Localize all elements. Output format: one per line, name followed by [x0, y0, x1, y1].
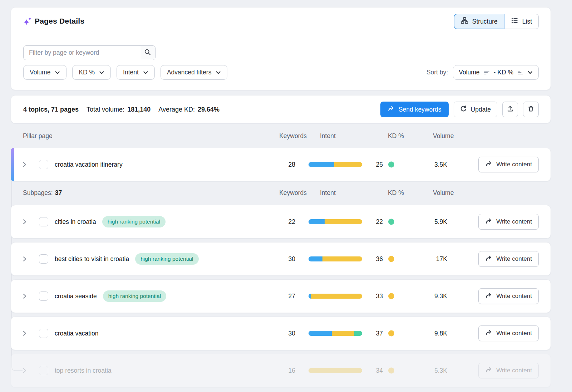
- subpages-label: Subpages:: [23, 189, 53, 196]
- page-name: croatia vacation: [55, 330, 99, 337]
- export-button[interactable]: [502, 102, 518, 117]
- kd-filter-dropdown[interactable]: KD %: [72, 65, 111, 80]
- col-intent: Intent: [320, 189, 336, 197]
- pillar-page-row: croatia vacation itinerary28253.5KWrite …: [11, 148, 551, 181]
- pages-details-panel: Pages Details Structure: [11, 7, 551, 90]
- row-checkbox[interactable]: [39, 254, 48, 264]
- intent-segment-yellow: [325, 219, 362, 224]
- write-content-button[interactable]: Write content: [478, 325, 539, 341]
- list-view-button[interactable]: List: [504, 14, 539, 29]
- summary-actions: Send keywords Update: [380, 102, 539, 117]
- update-label: Update: [471, 106, 491, 113]
- redo-arrow-icon: [388, 106, 395, 114]
- kd-dot: [388, 368, 394, 374]
- expand-chevron-icon[interactable]: [22, 219, 28, 225]
- row-checkbox[interactable]: [39, 160, 48, 169]
- row-title-area: cities in croatiahigh ranking potential: [55, 205, 166, 238]
- row-title-area: croatia vacation: [55, 317, 99, 350]
- redo-arrow-icon: [485, 367, 492, 375]
- structure-view-button[interactable]: Structure: [454, 14, 504, 29]
- row-title-area: top resorts in croatia: [55, 354, 112, 387]
- delete-button[interactable]: [523, 102, 539, 117]
- intent-bar: [309, 219, 362, 224]
- keywords-value: 30: [260, 255, 295, 263]
- volume-value: 5.3K: [419, 367, 447, 374]
- volume-value: 5.9K: [419, 218, 447, 226]
- redo-arrow-icon: [485, 292, 492, 300]
- intent-segment-blue: [309, 162, 334, 167]
- view-toggle: Structure List: [454, 14, 539, 29]
- refresh-icon: [460, 105, 467, 114]
- expand-chevron-icon[interactable]: [22, 293, 28, 299]
- search-button[interactable]: [140, 45, 156, 60]
- write-content-label: Write content: [496, 330, 532, 337]
- average-kd-value: 29.64%: [198, 106, 220, 113]
- search-input[interactable]: [23, 45, 140, 60]
- advanced-filters-label: Advanced filters: [167, 69, 212, 76]
- structure-view-label: Structure: [472, 18, 498, 25]
- intent-filter-dropdown[interactable]: Intent: [117, 65, 155, 80]
- col-kd: KD %: [388, 189, 404, 197]
- expand-chevron-icon[interactable]: [22, 368, 28, 373]
- kd-value: 22: [361, 218, 383, 226]
- row-checkbox[interactable]: [39, 291, 48, 301]
- write-content-label: Write content: [496, 161, 532, 168]
- upload-icon: [507, 105, 514, 114]
- expand-chevron-icon[interactable]: [22, 330, 28, 336]
- chevron-down-icon: [527, 70, 533, 75]
- total-volume-label: Total volume:: [87, 106, 124, 113]
- intent-segment-blue: [309, 256, 322, 261]
- chevron-down-icon: [216, 70, 221, 75]
- total-volume-stat: Total volume: 181,140: [87, 106, 151, 113]
- write-content-button[interactable]: Write content: [478, 157, 539, 172]
- row-checkbox[interactable]: [39, 329, 48, 338]
- page-name: top resorts in croatia: [55, 367, 112, 374]
- expand-chevron-icon[interactable]: [22, 162, 28, 167]
- kd-value: 37: [361, 330, 383, 337]
- intent-segment-blue: [309, 219, 325, 224]
- subpage-row: best cities to visit in croatiahigh rank…: [11, 242, 551, 276]
- write-content-label: Write content: [496, 218, 532, 225]
- kd-dot: [388, 256, 394, 262]
- header-divider: [11, 35, 551, 35]
- keywords-value: 28: [260, 161, 295, 168]
- write-content-button[interactable]: Write content: [478, 251, 539, 267]
- kd-dot: [388, 219, 394, 225]
- kd-dot: [388, 330, 394, 337]
- keywords-value: 27: [260, 293, 295, 300]
- expand-chevron-icon[interactable]: [22, 256, 28, 262]
- kd-value: 34: [361, 367, 383, 374]
- intent-segment-yellow: [334, 162, 362, 167]
- subpages-count: Subpages:37: [23, 189, 62, 197]
- kd-value: 25: [361, 161, 383, 168]
- list-icon: [511, 17, 518, 26]
- col-volume: Volume: [433, 132, 454, 140]
- summary-stats: 4 topics, 71 pages Total volume: 181,140…: [23, 95, 220, 124]
- volume-filter-dropdown[interactable]: Volume: [23, 65, 66, 80]
- write-content-button[interactable]: Write content: [478, 363, 539, 378]
- row-checkbox[interactable]: [39, 366, 48, 375]
- sort-select[interactable]: Volume - KD %: [453, 65, 539, 80]
- col-volume: Volume: [433, 189, 454, 197]
- high-ranking-potential-badge: high ranking potential: [103, 290, 166, 302]
- page-name: croatia seaside: [55, 293, 97, 300]
- chevron-down-icon: [55, 70, 60, 75]
- redo-arrow-icon: [485, 255, 492, 263]
- send-keywords-button[interactable]: Send keywords: [380, 102, 449, 117]
- row-checkbox[interactable]: [39, 217, 48, 226]
- page-name: cities in croatia: [55, 218, 96, 226]
- col-keywords: Keywords: [271, 132, 307, 140]
- redo-arrow-icon: [485, 161, 492, 169]
- write-content-button[interactable]: Write content: [478, 214, 539, 230]
- subpage-row: top resorts in croatia16345.3KWrite cont…: [11, 354, 551, 387]
- list-view-label: List: [522, 18, 532, 25]
- subpage-row: croatia seasidehigh ranking potential273…: [11, 279, 551, 313]
- kd-value: 33: [361, 293, 383, 300]
- trash-icon: [527, 105, 534, 114]
- kd-value: 36: [361, 255, 383, 263]
- update-button[interactable]: Update: [454, 102, 497, 117]
- write-content-button[interactable]: Write content: [478, 288, 539, 304]
- col-keywords: Keywords: [271, 189, 307, 197]
- topics-pages-count: 4 topics, 71 pages: [23, 106, 79, 113]
- advanced-filters-dropdown[interactable]: Advanced filters: [161, 65, 228, 80]
